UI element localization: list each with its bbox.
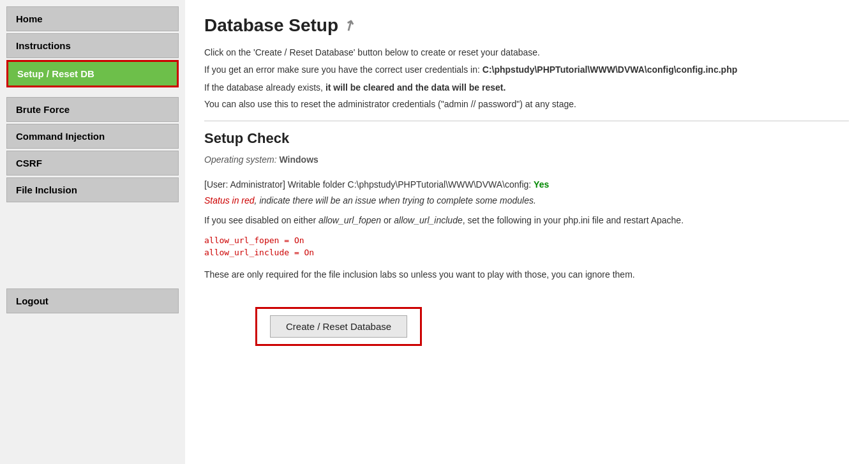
nav-spacer3 xyxy=(6,212,179,220)
sidebar: Home Instructions Setup / Reset DB Brute… xyxy=(0,0,185,464)
sidebar-item-home[interactable]: Home xyxy=(6,6,179,31)
sidebar-item-csrf[interactable]: CSRF xyxy=(6,151,179,176)
status-red-text: Status in red xyxy=(204,195,255,206)
nav-spacer xyxy=(6,89,179,97)
warning-line: If the database already exists, it will … xyxy=(204,80,849,94)
nav-spacer4 xyxy=(6,220,179,227)
nav-spacer6 xyxy=(6,235,179,243)
wrench-icon: ↗ xyxy=(340,15,359,36)
sidebar-item-setup-reset-db[interactable]: Setup / Reset DB xyxy=(6,60,179,87)
sidebar-item-command-injection[interactable]: Command Injection xyxy=(6,124,179,149)
code-line2: allow_url_include = On xyxy=(204,248,849,257)
check-line-text: [User: Administrator] Writable folder C:… xyxy=(204,179,531,190)
status-message: Status in red, indicate there will be an… xyxy=(204,195,849,206)
check-yes: Yes xyxy=(534,179,549,190)
warning-line2: You can also use this to reset the admin… xyxy=(204,97,849,111)
button-area: Create / Reset Database xyxy=(204,297,849,352)
info-prefix: If you see disabled on either xyxy=(204,215,316,225)
intro-line2-text: If you get an error make sure you have t… xyxy=(204,64,480,75)
os-line: Operating system: Windows xyxy=(204,154,849,165)
info-or: or xyxy=(384,215,391,225)
nav-spacer11 xyxy=(6,273,179,281)
config-path: C:\phpstudy\PHPTutorial\WWW\DVWA\config\… xyxy=(483,64,737,75)
nav-spacer7 xyxy=(6,243,179,250)
page-title-text: Database Setup xyxy=(204,15,338,36)
page-title: Database Setup ↗ xyxy=(204,15,849,36)
info-include: allow_url_include xyxy=(394,215,462,225)
nav-spacer10 xyxy=(6,266,179,273)
info-rest: , set the following in your php.ini file… xyxy=(463,215,684,225)
setup-check-title: Setup Check xyxy=(204,130,849,147)
sidebar-item-logout[interactable]: Logout xyxy=(6,288,179,313)
info-text: If you see disabled on either allow_url_… xyxy=(204,213,849,227)
sidebar-item-instructions[interactable]: Instructions xyxy=(6,33,179,58)
warning-bold: it will be cleared and the data will be … xyxy=(326,82,505,93)
final-text: These are only required for the file inc… xyxy=(204,267,849,281)
sidebar-item-brute-force[interactable]: Brute Force xyxy=(6,97,179,122)
info-fopen: allow_url_fopen xyxy=(318,215,381,225)
reset-button-wrapper: Create / Reset Database xyxy=(255,307,422,346)
divider xyxy=(204,121,849,121)
gap2 xyxy=(204,260,849,267)
nav-spacer9 xyxy=(6,258,179,266)
warning-prefix: If the database already exists, xyxy=(204,82,323,93)
main-content: Database Setup ↗ Click on the 'Create / … xyxy=(185,0,868,464)
nav-spacer12 xyxy=(6,281,179,288)
intro-line2: If you get an error make sure you have t… xyxy=(204,63,849,77)
gap1 xyxy=(204,170,849,177)
status-rest: , indicate there will be an issue when t… xyxy=(255,195,536,206)
os-value: Windows xyxy=(280,154,318,165)
check-line: [User: Administrator] Writable folder C:… xyxy=(204,177,849,191)
sidebar-item-file-inclusion[interactable]: File Inclusion xyxy=(6,177,179,202)
nav-spacer2 xyxy=(6,204,179,212)
os-label: Operating system: xyxy=(204,154,277,165)
code-line1: allow_url_fopen = On xyxy=(204,236,849,245)
nav-spacer8 xyxy=(6,250,179,258)
nav-spacer5 xyxy=(6,227,179,235)
intro-line1: Click on the 'Create / Reset Database' b… xyxy=(204,46,849,59)
create-reset-database-button[interactable]: Create / Reset Database xyxy=(270,315,407,338)
